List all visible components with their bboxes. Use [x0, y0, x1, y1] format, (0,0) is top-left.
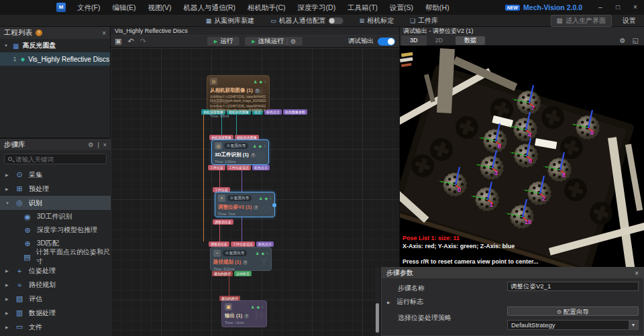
- graph-canvas[interactable]: 相机深度图像相机彩色图像点云彩色点云彩色图像参数⊙♟◆↓从相机获取图像 (1)?…: [111, 48, 399, 336]
- graph-node[interactable]: +⊙ 配置向导♟◆↓调整位姿V2 (1)?Time: 7ms◇: [215, 192, 275, 217]
- svg-text:10: 10: [525, 219, 531, 225]
- menu-item[interactable]: 编辑(E): [106, 0, 142, 15]
- node-type-icon: ▣: [225, 303, 232, 311]
- tab-3D[interactable]: 3D: [401, 36, 427, 46]
- minimize-button[interactable]: –: [592, 0, 609, 15]
- category-label: 采集: [29, 170, 42, 180]
- editor-tab[interactable]: Vis_Highly Reflective Discs: [111, 27, 399, 36]
- graph-node[interactable]: ▣♟◆↓输出 (1)?Time: <1msH: [221, 300, 267, 327]
- port-chip[interactable]: 工件位姿信息: [227, 165, 251, 170]
- step-item-3D工件识别[interactable]: ◉3D工件识别: [0, 210, 111, 223]
- robot-comm-config-button[interactable]: ▭ 机器人通信配置: [270, 16, 343, 25]
- menu-item[interactable]: 文件(F): [71, 0, 106, 15]
- step-item-深度学习模型包推理[interactable]: ⊛深度学习模型包推理: [0, 223, 111, 237]
- step-category-识别[interactable]: ▼◎识别: [0, 196, 111, 210]
- tab-2D[interactable]: 2D: [427, 36, 452, 46]
- robot-icon: ▭: [270, 17, 276, 24]
- save-icon[interactable]: ▣: [115, 37, 121, 46]
- new-from-case-button[interactable]: ▦ 从案例库新建: [206, 16, 255, 25]
- step-category-评估[interactable]: ▶▧评估: [0, 292, 111, 306]
- workpiece-library-button[interactable]: ❏ 工件库: [410, 16, 438, 25]
- config-wizard-chip[interactable]: ⊙ 配置向导: [223, 250, 247, 256]
- category-label: 位姿处理: [29, 266, 56, 276]
- category-label: 文件: [29, 323, 42, 332]
- run-settings-gear-icon[interactable]: ⚙: [290, 38, 296, 45]
- step-category-预处理[interactable]: ▶⊞预处理: [0, 182, 111, 196]
- project-group-row[interactable]: ▼ ▦ 高反光圆盘: [0, 39, 110, 52]
- step-library-gear-icon[interactable]: ⚙: [88, 142, 93, 148]
- node-help-badge: ?: [243, 260, 248, 265]
- step-library-close-icon[interactable]: ×: [103, 142, 107, 148]
- debug-output-toggle[interactable]: [378, 38, 395, 46]
- view-settings-gear-icon[interactable]: ⚙: [620, 37, 626, 44]
- undo-icon[interactable]: ↶: [127, 37, 133, 46]
- menu-item[interactable]: 深度学习(D): [292, 0, 342, 15]
- workpiece-lib-label: 工件库: [418, 16, 438, 25]
- config-wizard-button[interactable]: ⚙ 配置向导: [507, 306, 639, 316]
- tab-数据[interactable]: 数据: [455, 36, 485, 45]
- search-input[interactable]: [15, 156, 96, 163]
- port-chip[interactable]: 彩色图像参数: [283, 109, 307, 115]
- output-port-dot[interactable]: [272, 203, 276, 207]
- strategy-value: DefaultStrategy: [511, 321, 555, 329]
- category-icon: ▥: [15, 309, 24, 317]
- shield-status-icon: ◆: [256, 304, 260, 309]
- close-button[interactable]: ×: [627, 0, 644, 15]
- port-chip[interactable]: 工件位姿: [208, 165, 225, 170]
- step-category-文件[interactable]: ▶▭文件: [0, 320, 111, 334]
- separator: |: [97, 142, 99, 148]
- port-chip[interactable]: 彩色点云: [256, 241, 274, 247]
- settings-button[interactable]: 设置: [619, 15, 640, 26]
- port-chip[interactable]: 调整后位姿: [209, 241, 229, 247]
- canvas-scrollbar[interactable]: [375, 267, 380, 336]
- toolbar-right: ▦ 进入生产界面 设置: [551, 15, 640, 27]
- port-chip[interactable]: 规划的路径: [212, 271, 233, 276]
- popout-icon[interactable]: ◱: [633, 37, 639, 44]
- help-icon[interactable]: ?: [36, 30, 42, 36]
- new-badge: NEW: [505, 5, 520, 11]
- pointcloud-viewport[interactable]: 749653802110 Pose List 1: size: 11 X-Axi…: [400, 46, 644, 267]
- graph-node[interactable]: ~⊙ 配置向导♟◆↓路径规划 (1)?Time: 912msY: [210, 247, 272, 271]
- port-chip[interactable]: 调整后位姿: [213, 219, 233, 225]
- step-name-input[interactable]: [507, 282, 639, 291]
- redo-icon[interactable]: ↷: [140, 37, 146, 46]
- config-wizard-chip[interactable]: ⊙ 配置向导: [227, 195, 252, 201]
- menu-item[interactable]: 机器人与通信(R): [177, 0, 241, 15]
- graph-node[interactable]: ⊙♟◆↓从相机获取图像 (1)?深度图像尺寸[2048*1536], /data…: [207, 75, 270, 110]
- run-button[interactable]: ▶ 运行: [207, 37, 239, 46]
- menu-item[interactable]: 帮助(H): [419, 0, 455, 15]
- camera-calibration-button[interactable]: ⊞ 相机标定: [360, 16, 394, 25]
- run-flag-collapse-row[interactable]: ▶ 运行标志: [387, 297, 423, 306]
- node-status-icons: ♟◆↓: [253, 144, 266, 148]
- enter-production-button[interactable]: ▦ 进入生产界面: [551, 15, 612, 27]
- strategy-dropdown[interactable]: DefaultStrategy ▾: [507, 320, 639, 330]
- step-item-计算平面点云的位姿和尺寸[interactable]: ▤计算平面点云的位姿和尺寸: [0, 250, 111, 264]
- step-category-采集[interactable]: ▶⊙采集: [0, 168, 111, 182]
- run-continuous-button[interactable]: ▶ 连续运行 | ⚙: [245, 37, 303, 46]
- scrollbar-handle[interactable]: [376, 303, 379, 333]
- port-chip[interactable]: 运动状态: [234, 271, 252, 276]
- menu-item[interactable]: 视图(V): [142, 0, 177, 15]
- maximize-button[interactable]: □: [609, 0, 627, 15]
- project-item-row[interactable]: 1 ◆ Vis_Highly Reflective Discs: [0, 52, 110, 66]
- robot-comm-toggle[interactable]: [329, 17, 343, 24]
- project-panel-close-icon[interactable]: ×: [102, 30, 106, 37]
- config-wizard-chip[interactable]: ⊙ 配置向导: [224, 143, 248, 149]
- step-parameters-close-icon[interactable]: ×: [635, 270, 639, 277]
- port-chip[interactable]: 彩色点云: [252, 165, 270, 170]
- node-watermark-icon: ◎: [255, 148, 265, 162]
- menu-item[interactable]: 相机助手(C): [241, 0, 292, 15]
- menu-item[interactable]: 工具箱(T): [341, 0, 384, 15]
- graph-node[interactable]: ◎⊙ 配置向导♟◆↓3D工件识别 (1)?Time: 129ms◎: [211, 139, 269, 165]
- port-chip[interactable]: 工件位姿信息: [231, 241, 255, 247]
- step-label: 深度学习模型包推理: [37, 225, 97, 235]
- step-category-路径规划[interactable]: ▶≈路径规划: [0, 278, 111, 292]
- svg-text:8: 8: [562, 172, 566, 178]
- port-chip[interactable]: 彩色点云: [264, 109, 282, 115]
- debug-panel-title: 调试输出 - 调整位姿V2 (1): [403, 27, 474, 36]
- project-item-label: Vis_Highly Reflective Discs: [28, 56, 109, 63]
- step-search-box[interactable]: [4, 154, 107, 164]
- step-category-数据处理[interactable]: ▶▥数据处理: [0, 306, 111, 320]
- new-from-case-label: 从案例库新建: [214, 16, 254, 25]
- menu-item[interactable]: 设置(S): [384, 0, 419, 15]
